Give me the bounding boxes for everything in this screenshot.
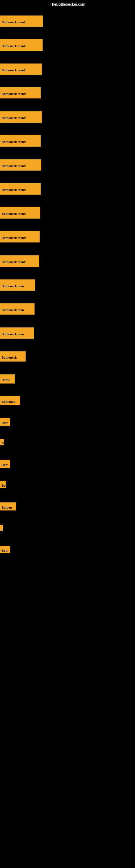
bottleneck-result-label: Bott — [0, 460, 10, 468]
site-title: TheBottlenecker.com — [0, 1, 135, 8]
bottleneck-result-label: Bottleneck result — [0, 159, 41, 170]
bottleneck-result-label: Bottlenec — [0, 396, 20, 405]
bottleneck-result-label: Bottleneck result — [0, 183, 41, 195]
bottleneck-result-label: Bottleneck result — [0, 135, 41, 147]
bottleneck-result-label: Bottle — [0, 374, 15, 383]
bottleneck-result-label: Bottleneck result — [0, 16, 43, 27]
bottleneck-result-label: B — [0, 439, 4, 445]
bottleneck-result-label: Bottlen — [0, 502, 16, 510]
bottleneck-result-label: Bottleneck result — [0, 207, 40, 219]
bottleneck-result-label: Bottleneck result — [0, 87, 41, 98]
bottleneck-result-label: Bottleneck result — [0, 231, 40, 243]
bottleneck-result-label: Bott — [0, 418, 10, 426]
bottleneck-result-label: Bott — [0, 546, 10, 553]
bottleneck-result-label: Bottleneck resu — [0, 303, 35, 315]
bottleneck-result-label: Bottleneck — [0, 351, 26, 362]
bottleneck-result-label: | — [0, 525, 3, 531]
bottleneck-result-label: Bottleneck resu — [0, 279, 35, 291]
bottleneck-result-label: Bottleneck result — [0, 63, 42, 75]
bottleneck-result-label: Bottleneck result — [0, 39, 43, 51]
bottleneck-result-label: Bo — [0, 480, 6, 488]
bottleneck-result-label: Bottleneck result — [0, 111, 42, 123]
bottleneck-result-label: Bottleneck result — [0, 255, 39, 267]
bottleneck-result-label: Bottleneck resu — [0, 328, 34, 339]
